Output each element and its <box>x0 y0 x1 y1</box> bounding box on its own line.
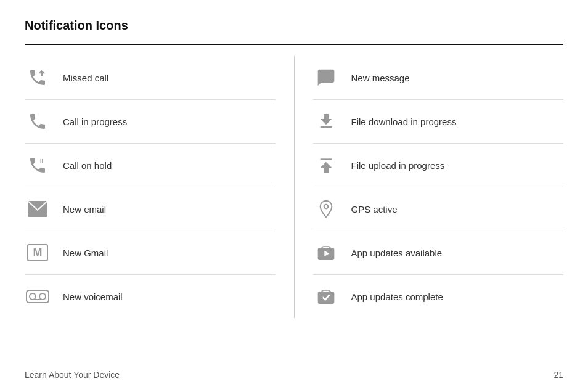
file-upload-icon <box>313 152 339 178</box>
call-on-hold-label: Call on hold <box>63 160 112 171</box>
new-gmail-item: M New Gmail <box>25 231 276 275</box>
page-title: Notification Icons <box>25 18 563 33</box>
gps-active-icon <box>313 196 339 222</box>
new-voicemail-icon <box>25 284 51 309</box>
call-in-progress-icon <box>25 108 51 134</box>
call-on-hold-icon: II <box>25 152 51 178</box>
new-gmail-icon: M <box>25 240 51 266</box>
file-upload-label: File upload in progress <box>351 160 445 171</box>
app-updates-complete-label: App updates complete <box>351 292 443 302</box>
new-gmail-label: New Gmail <box>63 248 108 258</box>
gps-active-label: GPS active <box>351 204 398 214</box>
app-updates-available-item: App updates available <box>313 231 564 275</box>
svg-point-5 <box>30 293 36 300</box>
file-download-item: File download in progress <box>313 100 564 144</box>
svg-rect-8 <box>320 126 332 128</box>
right-column: New message File download in progress <box>313 56 564 318</box>
footer-page-number: 21 <box>553 370 563 380</box>
new-message-icon <box>313 65 339 91</box>
new-email-item: New email <box>25 187 276 231</box>
footer-left-text: Learn About Your Device <box>25 370 120 380</box>
call-in-progress-label: Call in progress <box>63 116 127 127</box>
new-message-label: New message <box>351 73 410 83</box>
svg-rect-9 <box>320 158 332 160</box>
top-divider <box>25 44 563 45</box>
new-message-item: New message <box>313 56 564 100</box>
missed-call-icon <box>25 65 51 91</box>
app-updates-available-icon <box>313 240 339 266</box>
left-column: Missed call Call in progress II Call <box>25 56 295 318</box>
gps-active-item: GPS active <box>313 187 564 231</box>
page-footer: Learn About Your Device 21 <box>25 370 563 380</box>
page: Notification Icons Missed call <box>0 0 588 330</box>
app-updates-complete-item: App updates complete <box>313 275 564 318</box>
content-area: Missed call Call in progress II Call <box>25 56 563 318</box>
file-download-label: File download in progress <box>351 116 457 127</box>
new-voicemail-item: New voicemail <box>25 275 276 318</box>
svg-text:M: M <box>33 247 43 259</box>
app-updates-available-label: App updates available <box>351 248 443 258</box>
missed-call-item: Missed call <box>25 56 276 100</box>
app-updates-complete-icon <box>313 284 339 309</box>
file-upload-item: File upload in progress <box>313 144 564 187</box>
new-email-label: New email <box>63 204 106 214</box>
new-voicemail-label: New voicemail <box>63 292 123 302</box>
new-email-icon <box>25 196 51 222</box>
file-download-icon <box>313 108 339 134</box>
call-in-progress-item: Call in progress <box>25 100 276 144</box>
missed-call-label: Missed call <box>63 73 108 83</box>
svg-point-6 <box>39 293 46 300</box>
call-on-hold-item: II Call on hold <box>25 144 276 187</box>
svg-text:II: II <box>40 158 43 164</box>
